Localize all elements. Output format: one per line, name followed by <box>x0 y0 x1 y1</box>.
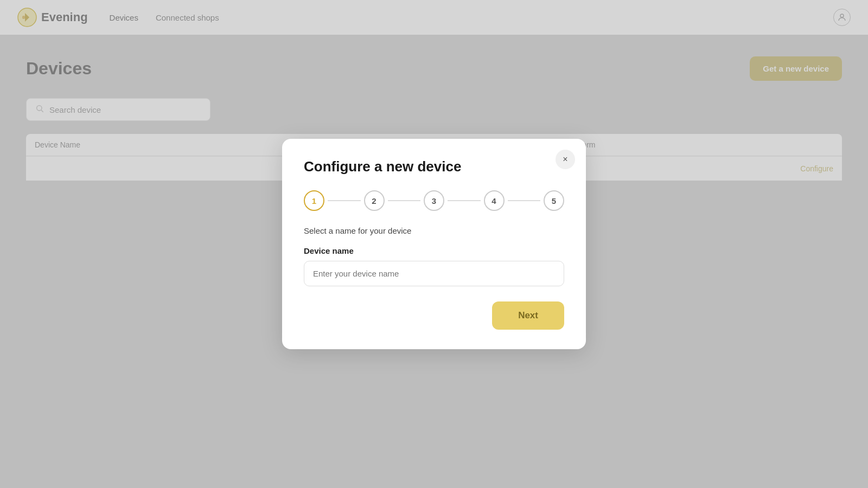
step-4: 4 <box>484 190 505 211</box>
modal-close-button[interactable]: × <box>556 150 575 169</box>
step-line-4-5 <box>508 200 541 201</box>
configure-device-modal: × Configure a new device 1 2 3 4 5 S <box>282 139 586 349</box>
stepper: 1 2 3 4 5 <box>304 190 564 211</box>
step-1: 1 <box>304 190 324 211</box>
step-line-3-4 <box>448 200 481 201</box>
device-name-input[interactable] <box>304 261 564 286</box>
step-5: 5 <box>544 190 564 211</box>
step-instruction: Select a name for your device <box>304 226 564 235</box>
modal-overlay: × Configure a new device 1 2 3 4 5 S <box>0 0 868 488</box>
step-3: 3 <box>424 190 444 211</box>
step-2: 2 <box>364 190 385 211</box>
step-line-1-2 <box>328 200 361 201</box>
next-button[interactable]: Next <box>492 301 564 330</box>
modal-footer: Next <box>304 301 564 330</box>
step-line-2-3 <box>388 200 421 201</box>
device-name-field: Device name <box>304 246 564 286</box>
modal-title: Configure a new device <box>304 158 564 175</box>
field-label: Device name <box>304 246 564 255</box>
